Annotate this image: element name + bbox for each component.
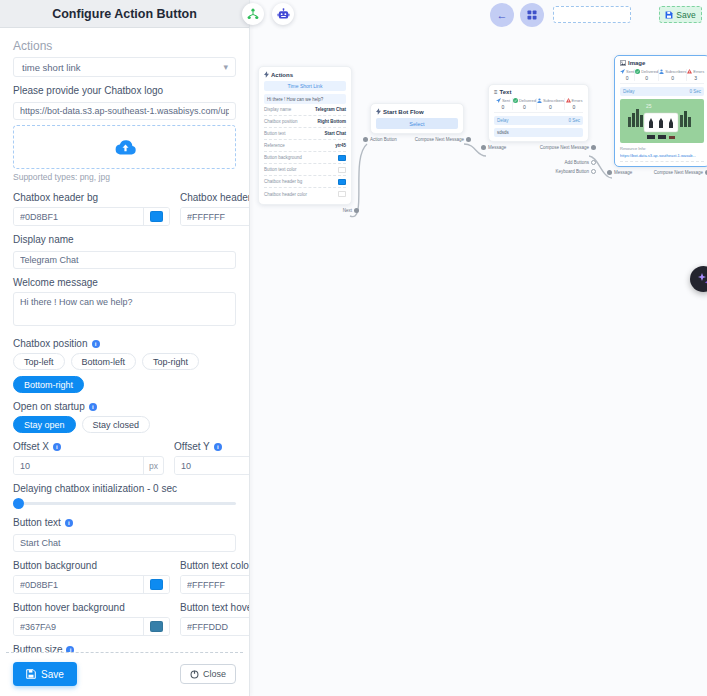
position-top-right[interactable]: Top-right [142, 353, 199, 370]
position-bottom-left[interactable]: Bottom-left [71, 353, 137, 370]
subscribers-icon [659, 69, 664, 74]
action-button-connector[interactable]: Action Button [370, 137, 397, 142]
connector-dot[interactable] [591, 145, 596, 150]
sitemap-toggle-button[interactable] [242, 3, 264, 25]
flow-name-input[interactable] [553, 6, 631, 23]
logo-label: Please provide your Chatbox logo [13, 85, 236, 96]
position-bottom-right[interactable]: Bottom-right [13, 376, 84, 393]
info-icon [89, 403, 97, 411]
actions-node[interactable]: Actions Time Short Link Hi there ! How c… [258, 66, 352, 213]
start-node-footer: Action Button Compose Next Message [370, 137, 464, 142]
header-color-input[interactable] [181, 208, 249, 225]
logo-dropzone[interactable] [13, 125, 236, 169]
color-swatch [338, 191, 346, 197]
stat-label: Errors [693, 69, 704, 74]
connector-dot[interactable] [591, 169, 596, 174]
sparkles-icon [697, 272, 707, 286]
connector-label: Compose Next Message [654, 170, 703, 175]
delay-row[interactable]: Delay 0 Sec [494, 116, 583, 125]
header-bg-input[interactable] [14, 208, 143, 225]
stat-label: Delivered [641, 69, 658, 74]
open-on-startup-label-text: Open on startup [13, 401, 85, 412]
delay-slider[interactable] [13, 498, 236, 509]
text-node-content[interactable]: sdsds [494, 128, 583, 137]
start-node-header: Start Bot Flow [376, 108, 458, 115]
header-bg-swatch-button[interactable] [143, 208, 169, 225]
slider-thumb[interactable] [13, 498, 24, 509]
info-icon [214, 443, 222, 451]
add-buttons-connector[interactable]: Add Buttons [564, 160, 589, 165]
panel-title: Configure Action Button [0, 0, 249, 28]
actions-node-action-pill[interactable]: Time Short Link [264, 81, 346, 91]
button-text-input[interactable] [13, 534, 236, 552]
grid-icon [527, 10, 537, 20]
text-node[interactable]: ≡ Text Sent 0 Delivered 0 Subscribers 0 [488, 84, 589, 150]
resource-url-link[interactable]: https://bot-data.s3.ap-southeast-1.wasab… [620, 153, 704, 162]
keyboard-button-connector[interactable]: Keyboard Button [555, 169, 589, 174]
select-flow-button[interactable]: Select [376, 118, 458, 129]
row-label: Button background [264, 155, 302, 160]
stat-label: Sent [626, 69, 634, 74]
next-connector[interactable]: Next [343, 208, 352, 213]
flow-canvas[interactable]: Save Actions Time Short Link Hi there ! … [250, 0, 707, 696]
robot-icon [277, 8, 290, 21]
message-connector[interactable]: Message [614, 170, 632, 175]
stat-subscribers: Subscribers 0 [659, 69, 687, 81]
delay-row[interactable]: Delay 0 Sec [620, 87, 704, 96]
stat-sent: Sent 0 [494, 98, 513, 110]
back-button[interactable] [490, 3, 514, 27]
connector-dot[interactable] [363, 137, 368, 142]
connector-dot[interactable] [466, 137, 471, 142]
compose-next-message-connector[interactable]: Compose Next Message [415, 137, 464, 142]
button-background-input[interactable] [14, 576, 143, 593]
logo-url-input[interactable] [13, 102, 236, 120]
image-node-card: Image Sent 0 Delivered 0 Subscribers 0 [614, 55, 707, 167]
message-connector[interactable]: Message [488, 145, 506, 150]
button-background-swatch-button[interactable] [143, 576, 169, 593]
save-button[interactable]: Save [13, 662, 77, 686]
node-row: Display name Telegram Chat [264, 104, 346, 116]
offset-x-input[interactable] [14, 457, 143, 474]
connector-dot[interactable] [354, 208, 359, 213]
connector-dot[interactable] [607, 170, 612, 175]
stat-sent: Sent 0 [620, 69, 635, 81]
color-swatch [150, 211, 163, 222]
bot-button[interactable] [272, 3, 294, 25]
offset-x-label-text: Offset X [13, 441, 49, 452]
startup-stay-closed[interactable]: Stay closed [82, 416, 151, 433]
stat-label: Subscribers [665, 69, 686, 74]
stat-value: 0 [671, 75, 674, 81]
svg-text:25: 25 [646, 103, 652, 109]
button-hover-background-label: Button hover background [13, 602, 170, 613]
compose-next-message-connector[interactable]: Compose Next Message [654, 170, 707, 175]
row-label: Button text color [264, 167, 297, 172]
button-text-color-input[interactable] [181, 576, 249, 593]
row-label: Chatbox header bg [264, 179, 302, 184]
display-name-label: Display name [13, 234, 236, 245]
text-node-extra-connectors: Add Buttons Keyboard Button [555, 160, 589, 174]
position-top-left[interactable]: Top-left [13, 353, 65, 370]
compose-next-message-connector[interactable]: Compose Next Message [540, 145, 589, 150]
canvas-save-button[interactable]: Save [659, 6, 702, 23]
color-swatch [150, 621, 163, 632]
offset-y-input[interactable] [175, 457, 249, 474]
start-bot-flow-node[interactable]: Start Bot Flow Select Action Button Comp… [370, 103, 464, 142]
startup-stay-open[interactable]: Stay open [13, 416, 76, 433]
open-on-startup-label: Open on startup [13, 401, 236, 412]
connector-dot[interactable] [591, 160, 596, 165]
welcome-message-textarea[interactable]: Hi there ! How can we help? [13, 292, 236, 326]
display-name-input[interactable] [13, 251, 236, 269]
action-select[interactable]: time short link [13, 57, 236, 77]
grid-view-button[interactable] [520, 3, 544, 27]
button-hover-background-swatch-button[interactable] [143, 618, 169, 635]
button-text-hover-color-input[interactable] [181, 618, 249, 635]
action-select-value: time short link [22, 62, 81, 73]
image-node[interactable]: Image Sent 0 Delivered 0 Subscribers 0 [614, 55, 707, 175]
close-button[interactable]: Close [180, 664, 236, 684]
connector-dot[interactable] [481, 145, 486, 150]
button-hover-background-input[interactable] [14, 618, 143, 635]
row-value: Right Bottom [318, 119, 347, 124]
image-thumbnail[interactable]: 25 [620, 99, 704, 143]
delay-label: Delay [623, 89, 635, 94]
text-node-header: ≡ Text [494, 89, 583, 95]
